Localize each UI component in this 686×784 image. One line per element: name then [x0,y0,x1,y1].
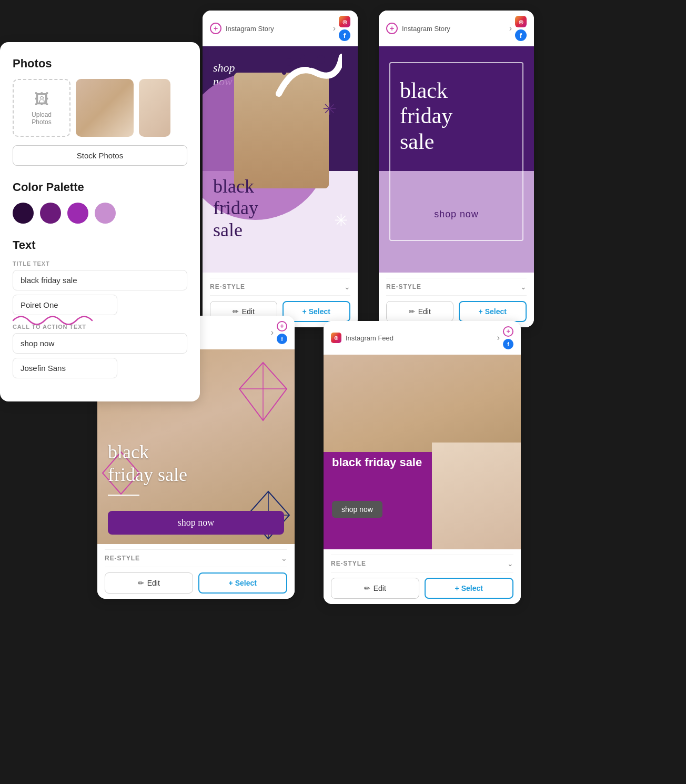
feed1-title-text: black friday sale [108,441,187,486]
facebook-icon-2: f [515,29,527,41]
facebook-icon-4: f [503,339,513,349]
svg-point-3 [317,55,325,64]
color-dot-2[interactable] [40,203,61,224]
card-3-restyle-chevron: ⌄ [281,554,287,562]
template-card-story-2: + Instagram Story › ◎ f black friday sal… [379,11,534,327]
card-4-footer: RE-STYLE ⌄ ✏ Edit + Select [324,549,521,604]
card-2-footer: RE-STYLE ⌄ ✏ Edit + Select [379,273,534,327]
card-4-plus[interactable]: + [503,326,513,337]
svg-point-5 [282,71,286,75]
card-4-header: ◎ Instagram Feed › + f [324,321,521,355]
svg-point-4 [331,52,337,57]
card-3-restyle-label: RE-STYLE [105,555,140,562]
facebook-icon-1: f [339,29,350,41]
color-dot-4[interactable] [95,203,116,224]
cta-text-input[interactable] [13,333,187,354]
card-4-restyle-chevron: ⌄ [507,559,513,568]
story2-title-text: black friday sale [400,78,513,154]
text-section: Text TITLE TEXT CALL TO ACTION TEXT [13,238,187,378]
card-3-plus[interactable]: + [277,321,287,331]
card-2-preview: black friday sale shop now [379,46,534,273]
pencil-icon-2: ✏ [409,307,415,316]
card-1-preview: shopnow ✳ black friday sale ✳ [203,46,358,273]
card-2-social-icons: › ◎ f [509,16,527,41]
photos-title: Photos [13,57,187,71]
photos-row: 🖼 UploadPhotos [13,79,187,137]
feed2-shop-button: shop now [332,501,382,518]
card-2-restyle-label: RE-STYLE [386,283,421,290]
card-3-actions: ✏ Edit + Select [105,572,287,594]
title-text-input[interactable] [13,270,187,290]
card-2-type-label: Instagram Story [402,25,450,33]
card-4-preview: black friday sale shop now [324,355,521,549]
upload-box[interactable]: 🖼 UploadPhotos [13,79,70,137]
photo-thumb-1[interactable] [76,79,134,137]
card-3-footer: RE-STYLE ⌄ ✏ Edit + Select [97,544,295,599]
card-2-chevron[interactable]: › [509,24,512,33]
card-2-header: + Instagram Story › ◎ f [379,11,534,46]
card-4-restyle[interactable]: RE-STYLE ⌄ [331,555,513,572]
card-2-social: ◎ f [515,16,527,41]
photo-thumb-2[interactable] [139,79,170,137]
card-4-social: + f [503,326,513,349]
instagram-icon-1: ◎ [339,16,350,27]
feed2-model-bottom [432,443,521,550]
card-1-type: + Instagram Story [210,23,274,34]
color-dot-3[interactable] [67,203,88,224]
feed1-shop-button: shop now [108,511,284,535]
template-card-feed-2: ◎ Instagram Feed › + f black friday sale… [324,321,521,604]
feed2-model-top [324,355,521,452]
squiggle-decoration [11,310,95,333]
card-3-social: + f [277,321,287,344]
card-1-social-icons: › ◎ f [333,16,350,41]
card-4-select-button[interactable]: + Select [425,578,514,599]
story1-snowflake: ✳ [334,210,348,230]
card-2-restyle[interactable]: RE-STYLE ⌄ [386,278,527,296]
card-2-plus[interactable]: + [386,23,398,34]
pencil-icon-3: ✏ [138,579,144,587]
card-2-actions: ✏ Edit + Select [386,301,527,322]
svg-point-1 [300,54,305,59]
card-3-restyle[interactable]: RE-STYLE ⌄ [105,549,287,567]
feed1-divider [108,495,139,496]
card-3-select-button[interactable]: + Select [198,572,288,594]
instagram-icon-4: ◎ [331,333,341,343]
card-1-plus[interactable]: + [210,23,221,34]
card-1-restyle-label: RE-STYLE [210,283,245,290]
card-4-type: ◎ Instagram Feed [331,333,394,343]
feed1-diamond-top [237,360,289,423]
instagram-icon-2: ◎ [515,16,527,27]
cta-font-input[interactable] [13,358,117,378]
story1-title-text: black friday sale [213,176,258,241]
svg-point-6 [327,65,331,69]
stock-photos-button[interactable]: Stock Photos [13,145,187,166]
card-1-social: ◎ f [339,16,350,41]
thumb-image-2 [139,79,170,137]
svg-point-0 [286,58,293,66]
card-2-select-button[interactable]: + Select [459,301,527,322]
template-card-story-1: + Instagram Story › ◎ f shopnow [203,11,358,327]
card-3-chevron[interactable]: › [271,328,274,337]
card-2-edit-button[interactable]: ✏ Edit [386,301,453,322]
color-dot-1[interactable] [13,203,34,224]
svg-point-2 [307,62,314,68]
card-4-edit-button[interactable]: ✏ Edit [331,578,419,599]
card-4-type-label: Instagram Feed [346,334,394,342]
upload-label: UploadPhotos [32,111,52,126]
text-title: Text [13,238,187,252]
thumb-image-1 [76,79,134,137]
card-1-restyle-chevron: ⌄ [344,283,350,291]
story1-asterisk: ✳ [322,99,337,119]
card-4-chevron[interactable]: › [497,333,500,343]
card-4-restyle-label: RE-STYLE [331,560,366,567]
color-dots [13,203,187,224]
upload-icon: 🖼 [34,91,49,108]
palette-title: Color Palette [13,180,187,194]
facebook-icon-3: f [277,334,287,344]
pencil-icon-4: ✏ [364,584,370,592]
feed2-title-text: black friday sale [332,456,422,469]
card-3-edit-button[interactable]: ✏ Edit [105,572,193,594]
card-1-chevron[interactable]: › [333,24,336,33]
card-1-restyle[interactable]: RE-STYLE ⌄ [210,278,350,296]
card-1-type-label: Instagram Story [226,25,274,33]
